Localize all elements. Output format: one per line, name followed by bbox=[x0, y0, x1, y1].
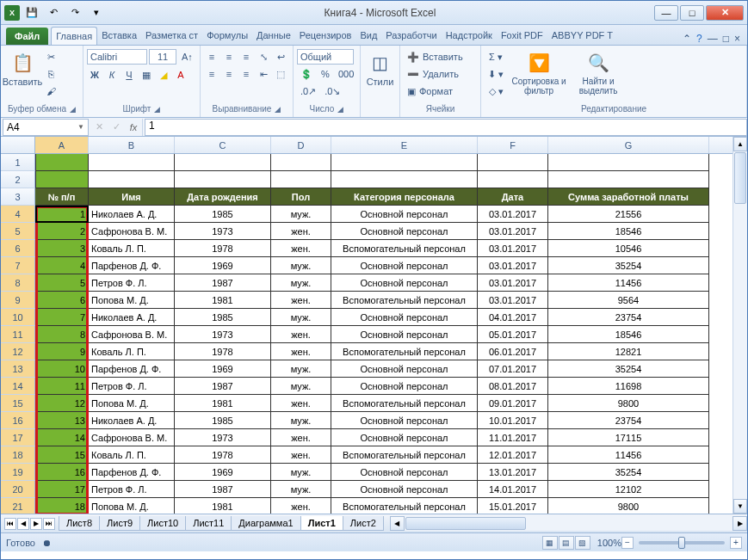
row-header[interactable]: 18 bbox=[1, 446, 35, 464]
table-cell[interactable]: 8 bbox=[35, 326, 89, 343]
table-cell[interactable] bbox=[175, 171, 271, 188]
table-cell[interactable]: 1973 bbox=[175, 326, 271, 343]
table-cell[interactable]: 11 bbox=[35, 378, 89, 395]
table-cell[interactable]: Коваль Л. П. bbox=[89, 343, 175, 360]
table-cell[interactable]: 03.01.2017 bbox=[478, 274, 548, 292]
align-bot-icon[interactable]: ≡ bbox=[238, 49, 254, 65]
table-header-cell[interactable]: Категория персонала bbox=[331, 188, 478, 206]
table-cell[interactable]: муж. bbox=[271, 481, 331, 498]
table-cell[interactable] bbox=[35, 171, 89, 188]
table-cell[interactable]: 18546 bbox=[548, 326, 709, 343]
table-cell[interactable]: 1969 bbox=[175, 464, 271, 481]
align-top-icon[interactable]: ≡ bbox=[204, 49, 219, 65]
sheet-tab[interactable]: Лист2 bbox=[343, 516, 384, 531]
wrap-icon[interactable]: ↩ bbox=[273, 49, 288, 65]
sheet-tab[interactable]: Диаграмма1 bbox=[231, 516, 300, 531]
table-cell[interactable]: Вспомогательный персонал bbox=[331, 240, 478, 257]
file-tab[interactable]: Файл bbox=[6, 28, 48, 45]
table-cell[interactable]: муж. bbox=[271, 412, 331, 429]
table-cell[interactable]: 35254 bbox=[548, 464, 709, 481]
row-header[interactable]: 2 bbox=[1, 171, 35, 188]
sheet-prev-icon[interactable]: ◀ bbox=[17, 518, 29, 530]
table-cell[interactable]: 35254 bbox=[548, 257, 709, 274]
select-all-corner[interactable] bbox=[1, 137, 35, 153]
table-cell[interactable]: жен. bbox=[271, 223, 331, 240]
name-box[interactable]: A4 ▼ bbox=[3, 119, 89, 136]
table-header-cell[interactable]: Пол bbox=[271, 188, 331, 206]
table-cell[interactable]: Основной персонал bbox=[331, 257, 478, 274]
table-cell[interactable]: 23754 bbox=[548, 412, 709, 429]
ribbon-tab-6[interactable]: Вид bbox=[355, 27, 381, 45]
page-break-view-icon[interactable]: ▧ bbox=[575, 536, 590, 550]
table-cell[interactable]: муж. bbox=[271, 378, 331, 395]
horizontal-scrollbar[interactable]: ◀ ▶ bbox=[390, 516, 747, 531]
table-cell[interactable]: Николаев А. Д. bbox=[89, 309, 175, 326]
table-cell[interactable]: 18546 bbox=[548, 223, 709, 240]
table-cell[interactable]: Основной персонал bbox=[331, 223, 478, 240]
table-cell[interactable]: муж. bbox=[271, 309, 331, 326]
table-cell[interactable]: Парфенов Д. Ф. bbox=[89, 257, 175, 274]
sheet-tab[interactable]: Лист11 bbox=[185, 516, 232, 531]
zoom-level[interactable]: 100% bbox=[597, 538, 621, 548]
table-cell[interactable]: 21556 bbox=[548, 206, 709, 223]
align-center-icon[interactable]: ≡ bbox=[221, 66, 237, 82]
table-cell[interactable]: 1985 bbox=[175, 412, 271, 429]
table-cell[interactable]: 13 bbox=[35, 412, 89, 429]
table-cell[interactable]: Основной персонал bbox=[331, 429, 478, 446]
table-cell[interactable]: 03.01.2017 bbox=[478, 240, 548, 257]
find-select-button[interactable]: 🔍 Найти и выделить bbox=[571, 49, 626, 97]
table-header-cell[interactable]: Дата рождения bbox=[175, 188, 271, 206]
table-cell[interactable]: Попова М. Д. bbox=[89, 292, 175, 309]
row-header[interactable]: 9 bbox=[1, 292, 35, 309]
table-cell[interactable]: 1 bbox=[35, 206, 89, 223]
table-cell[interactable]: 11.01.2017 bbox=[478, 429, 548, 446]
font-size-input[interactable]: 11 bbox=[149, 49, 176, 65]
align-mid-icon[interactable]: ≡ bbox=[221, 49, 237, 65]
table-cell[interactable]: Основной персонал bbox=[331, 274, 478, 292]
sheet-tab[interactable]: Лист9 bbox=[99, 516, 140, 531]
delete-cells-button[interactable]: ➖Удалить bbox=[404, 66, 462, 82]
fx-icon[interactable]: fx bbox=[125, 122, 142, 132]
table-cell[interactable]: 10 bbox=[35, 360, 89, 378]
fill-icon[interactable]: ⬇ ▾ bbox=[485, 66, 507, 82]
scroll-right-icon[interactable]: ▶ bbox=[733, 516, 747, 531]
number-format-input[interactable]: Общий bbox=[297, 49, 354, 65]
align-left-icon[interactable]: ≡ bbox=[204, 66, 219, 82]
ribbon-tab-9[interactable]: Foxit PDF bbox=[497, 27, 547, 45]
table-header-cell[interactable]: № п/п bbox=[35, 188, 89, 206]
doc-restore-icon[interactable]: □ bbox=[723, 33, 729, 45]
orientation-icon[interactable]: ⤡ bbox=[256, 49, 271, 65]
border-icon[interactable]: ▦ bbox=[139, 67, 154, 83]
page-layout-view-icon[interactable]: ▤ bbox=[559, 536, 574, 550]
table-cell[interactable]: Вспомогательный персонал bbox=[331, 498, 478, 514]
qat-dd-icon[interactable]: ▾ bbox=[87, 4, 106, 22]
table-header-cell[interactable]: Дата bbox=[478, 188, 548, 206]
table-cell[interactable]: 06.01.2017 bbox=[478, 343, 548, 360]
table-cell[interactable]: Коваль Л. П. bbox=[89, 446, 175, 464]
table-cell[interactable]: 5 bbox=[35, 274, 89, 292]
hscroll-thumb[interactable] bbox=[405, 517, 526, 530]
table-cell[interactable]: жен. bbox=[271, 429, 331, 446]
close-button[interactable]: ✕ bbox=[706, 5, 744, 21]
table-cell[interactable]: Сафронова В. М. bbox=[89, 223, 175, 240]
cancel-formula-icon[interactable]: ✕ bbox=[90, 121, 108, 132]
table-cell[interactable]: 14 bbox=[35, 429, 89, 446]
formula-input[interactable]: 1 bbox=[145, 119, 747, 136]
currency-icon[interactable]: 💲 bbox=[297, 66, 316, 82]
table-cell[interactable]: Вспомогательный персонал bbox=[331, 446, 478, 464]
table-cell[interactable]: 10546 bbox=[548, 240, 709, 257]
table-cell[interactable] bbox=[478, 171, 548, 188]
table-cell[interactable]: Основной персонал bbox=[331, 464, 478, 481]
merge-icon[interactable]: ⬚ bbox=[273, 66, 288, 82]
sheet-tab[interactable]: Лист8 bbox=[59, 516, 100, 531]
table-cell[interactable]: 08.01.2017 bbox=[478, 378, 548, 395]
dec-dec-icon[interactable]: .0↘ bbox=[321, 83, 343, 99]
row-header[interactable]: 13 bbox=[1, 360, 35, 378]
scroll-thumb[interactable] bbox=[734, 152, 746, 204]
fill-color-icon[interactable]: ◢ bbox=[156, 67, 171, 83]
row-header[interactable]: 11 bbox=[1, 326, 35, 343]
table-cell[interactable]: Попова М. Д. bbox=[89, 395, 175, 412]
redo-icon[interactable]: ↷ bbox=[65, 4, 84, 22]
bold-button[interactable]: Ж bbox=[87, 67, 102, 83]
table-cell[interactable]: Основной персонал bbox=[331, 206, 478, 223]
